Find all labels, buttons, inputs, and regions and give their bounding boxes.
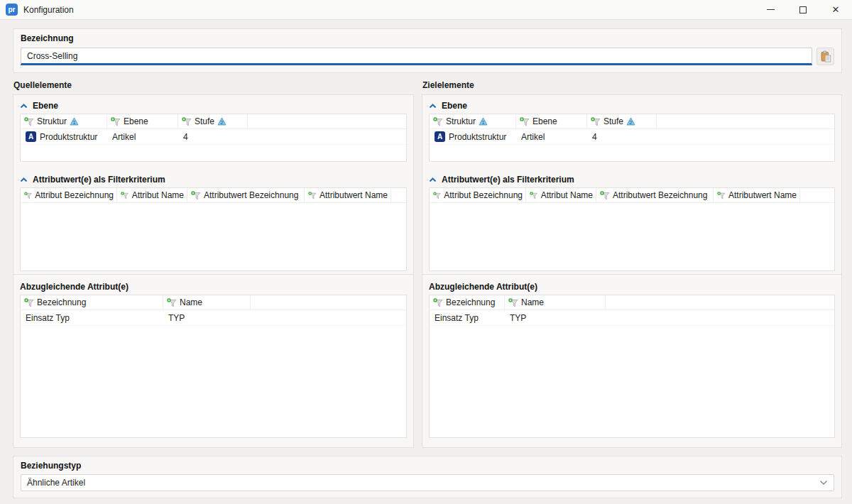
column-header-attributwert-bezeichnung[interactable]: Attributwert Bezeichnung	[596, 188, 714, 202]
column-label: Bezeichnung	[446, 297, 495, 307]
beziehungstyp-groupbox: Beziehungstyp Ähnliche Artikel	[13, 456, 842, 498]
target-ebene-section-label: Ebene	[442, 101, 467, 111]
column-label: Struktur	[446, 116, 476, 126]
column-header-attributwert-name[interactable]: Attributwert Name	[714, 188, 800, 202]
filter-icon	[24, 298, 34, 307]
source-groupbox: Ebene Struktur 1 Ebene	[13, 94, 414, 448]
struktur-cell: A Produktstruktur	[21, 131, 107, 142]
window-title: Konfiguration	[23, 5, 74, 15]
target-filter-section-header[interactable]: Attributwert(e) als Filterkriterium	[429, 172, 835, 187]
stufe-cell: 4	[587, 132, 657, 142]
close-icon: ✕	[832, 5, 840, 14]
column-label: Attributwert Bezeichnung	[613, 190, 707, 200]
column-label: Bezeichnung	[37, 297, 86, 307]
beziehungstyp-selected-value: Ähnliche Artikel	[27, 478, 85, 488]
beziehungstyp-label: Beziehungstyp	[21, 461, 834, 471]
table-row[interactable]: A Produktstruktur Artikel 4	[21, 129, 406, 145]
sort-asc-icon: 2	[217, 117, 226, 126]
target-column: Zielelemente Ebene Struktur 1	[422, 80, 842, 448]
paste-button[interactable]	[816, 48, 834, 65]
column-label: Attributwert Bezeichnung	[204, 190, 298, 200]
maximize-icon	[799, 6, 807, 13]
structure-type-icon: A	[26, 131, 36, 142]
source-attributes-table: Bezeichnung Name Einsatz Typ TYP	[20, 295, 407, 438]
filter-icon	[530, 191, 538, 200]
column-header-ebene[interactable]: Ebene	[107, 114, 178, 128]
source-filter-section-header[interactable]: Attributwert(e) als Filterkriterium	[20, 172, 407, 187]
source-attributes-section-label: Abzugleichende Attribut(e)	[20, 282, 129, 292]
column-label: Ebene	[124, 116, 148, 126]
table-row[interactable]: A Produktstruktur Artikel 4	[430, 129, 834, 145]
ebene-cell: Artikel	[516, 132, 587, 142]
column-header-bezeichnung[interactable]: Bezeichnung	[21, 295, 163, 309]
filter-icon	[308, 191, 317, 200]
cell-text: Artikel	[521, 132, 545, 142]
minimize-button[interactable]	[754, 0, 787, 19]
svg-text:1: 1	[482, 120, 485, 125]
source-filter-table: Attribut Bezeichnung Attribut Name Attri…	[20, 187, 407, 271]
name-cell: TYP	[505, 313, 606, 323]
filter-icon	[508, 298, 518, 307]
source-filter-section-label: Attributwert(e) als Filterkriterium	[33, 175, 165, 185]
target-ebene-section-header[interactable]: Ebene	[429, 98, 835, 114]
filter-icon	[167, 298, 177, 307]
bezeichnung-cell: Einsatz Typ	[430, 313, 505, 323]
column-header-attribut-bezeichnung[interactable]: Attribut Bezeichnung	[430, 188, 526, 202]
collapse-icon	[429, 103, 437, 109]
target-groupbox: Ebene Struktur 1 Ebene	[422, 94, 842, 448]
column-header-struktur[interactable]: Struktur 1	[21, 114, 107, 128]
collapse-icon	[20, 103, 28, 109]
column-label: Attribut Bezeichnung	[35, 190, 114, 200]
stufe-cell: 4	[178, 132, 248, 142]
table-row[interactable]: Einsatz Typ TYP	[21, 310, 406, 326]
close-button[interactable]: ✕	[819, 0, 852, 19]
bezeichnung-groupbox: Bezeichnung	[13, 28, 842, 73]
struktur-cell: A Produktstruktur	[430, 131, 516, 142]
source-ebene-table: Struktur 1 Ebene Stufe	[20, 114, 407, 162]
source-ebene-section-label: Ebene	[33, 101, 58, 111]
filter-icon	[24, 117, 34, 126]
cell-text: Produktstruktur	[449, 132, 506, 142]
table-row[interactable]: Einsatz Typ TYP	[430, 310, 834, 326]
column-header-attributwert-name[interactable]: Attributwert Name	[305, 188, 391, 202]
table-header-row: Attribut Bezeichnung Attribut Name Attri…	[430, 188, 834, 203]
column-header-attributwert-bezeichnung[interactable]: Attributwert Bezeichnung	[187, 188, 305, 202]
source-title: Quellelemente	[13, 80, 414, 90]
column-label: Attributwert Name	[728, 190, 797, 200]
column-header-bezeichnung[interactable]: Bezeichnung	[430, 295, 505, 309]
column-label: Struktur	[37, 116, 67, 126]
window-controls: ✕	[754, 0, 852, 19]
bezeichnung-input[interactable]	[21, 48, 812, 65]
sort-asc-icon: 2	[626, 117, 635, 126]
cell-text: Einsatz Typ	[26, 313, 70, 323]
column-header-name[interactable]: Name	[505, 295, 606, 309]
source-ebene-section-header[interactable]: Ebene	[20, 98, 407, 114]
column-header-attribut-name[interactable]: Attribut Name	[117, 188, 187, 202]
column-header-stufe[interactable]: Stufe 2	[178, 114, 248, 128]
name-cell: TYP	[163, 313, 251, 323]
filter-icon	[191, 191, 201, 200]
cell-text: 4	[592, 132, 597, 142]
svg-text:1: 1	[73, 120, 76, 125]
column-header-attribut-name[interactable]: Attribut Name	[526, 188, 596, 202]
cell-text: TYP	[510, 313, 526, 323]
column-header-name[interactable]: Name	[163, 295, 251, 309]
bezeichnung-cell: Einsatz Typ	[21, 313, 163, 323]
table-header-row: Attribut Bezeichnung Attribut Name Attri…	[21, 188, 406, 203]
column-label: Attributwert Name	[320, 190, 388, 200]
table-header-row: Struktur 1 Ebene Stufe	[430, 114, 834, 129]
source-column: Quellelemente Ebene Struktur 1	[13, 80, 414, 448]
beziehungstyp-select[interactable]: Ähnliche Artikel	[21, 474, 834, 491]
chevron-down-icon	[819, 480, 828, 486]
table-header-row: Bezeichnung Name	[21, 295, 406, 310]
ebene-cell: Artikel	[107, 132, 178, 142]
section-divider	[422, 274, 841, 275]
column-header-stufe[interactable]: Stufe 2	[587, 114, 657, 128]
column-header-struktur[interactable]: Struktur 1	[430, 114, 516, 128]
maximize-button[interactable]	[787, 0, 819, 19]
column-header-attribut-bezeichnung[interactable]: Attribut Bezeichnung	[21, 188, 117, 202]
column-label: Name	[521, 297, 544, 307]
filter-icon	[121, 191, 129, 200]
cell-text: Produktstruktur	[40, 132, 97, 142]
column-header-ebene[interactable]: Ebene	[516, 114, 587, 128]
